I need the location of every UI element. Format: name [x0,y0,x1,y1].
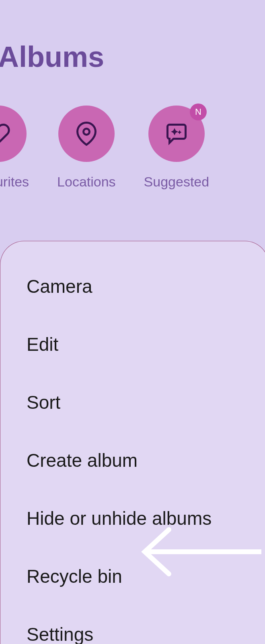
chip-label: Locations [57,174,116,190]
heart-icon [0,122,10,146]
new-badge: N [190,104,207,120]
pin-icon [74,122,99,146]
menu-item-settings[interactable]: Settings [0,605,265,644]
menu-item-sort[interactable]: Sort [0,373,265,431]
chip-circle: N [148,106,205,162]
menu-item-create-album[interactable]: Create album [0,431,265,489]
filter-chip-locations[interactable]: Locations [57,106,116,190]
chip-label: ourites [0,174,29,190]
filter-chip-suggested[interactable]: N Suggested [144,106,210,190]
page-title: Albums [0,40,265,73]
chip-circle [58,106,115,162]
menu-item-camera[interactable]: Camera [0,257,265,315]
chip-label: Suggested [144,174,210,190]
svg-point-0 [83,129,89,135]
context-menu: Camera Edit Sort Create album Hide or un… [0,241,265,644]
menu-item-edit[interactable]: Edit [0,315,265,373]
chip-circle [0,106,27,162]
header: Albums [0,0,265,73]
menu-item-hide-unhide[interactable]: Hide or unhide albums [0,489,265,547]
filter-chip-favourites[interactable]: ourites [0,106,29,190]
chat-sparkle-icon [164,122,189,146]
menu-item-recycle-bin[interactable]: Recycle bin [0,547,265,605]
filter-chips-row: ourites Locations N Suggested [0,106,265,190]
